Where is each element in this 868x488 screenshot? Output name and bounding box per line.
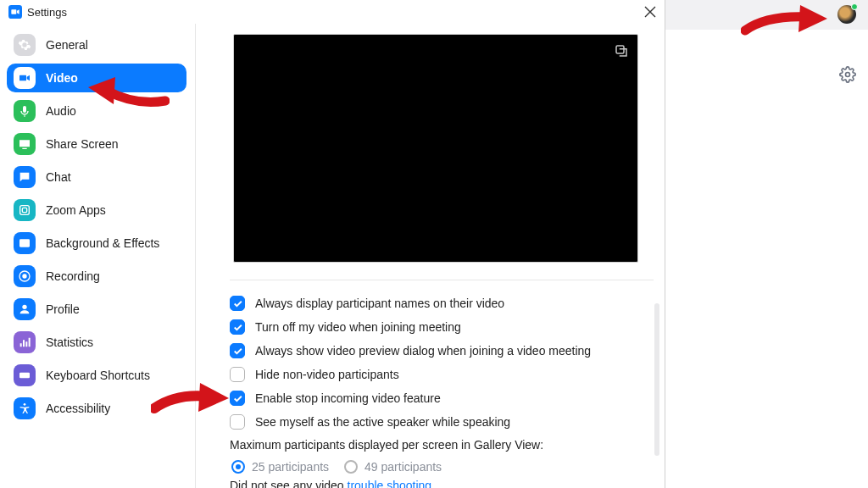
video-option-row: Always display participant names on thei… — [230, 296, 641, 311]
sidebar-item-label: Profile — [46, 302, 80, 316]
sidebar-item-label: Statistics — [46, 336, 93, 349]
sidebar-item-chat[interactable]: Chat — [7, 163, 186, 191]
svg-rect-9 — [19, 373, 30, 379]
gear-icon — [14, 34, 36, 56]
annotation-arrow-enable — [151, 381, 232, 419]
keys-icon — [14, 364, 36, 386]
divider — [230, 280, 654, 280]
option-label: Always show video preview dialog when jo… — [255, 344, 591, 358]
sidebar-item-profile[interactable]: Profile — [7, 295, 186, 324]
settings-gear-button[interactable] — [839, 66, 856, 83]
profile-icon — [14, 298, 36, 320]
sidebar-item-label: Keyboard Shortcuts — [46, 369, 150, 382]
annotation-arrow-avatar — [741, 3, 834, 42]
sidebar-item-label: Accessibility — [46, 402, 110, 415]
option-label: Enable stop incoming video feature — [255, 391, 441, 405]
record-icon — [14, 265, 36, 287]
radio-label: 25 participants — [252, 460, 329, 474]
sidebar-item-zoom-apps[interactable]: Zoom Apps — [7, 196, 186, 225]
video-option-row: See myself as the active speaker while s… — [230, 414, 641, 430]
sidebar-item-label: Audio — [46, 104, 76, 118]
sidebar-item-label: Chat — [46, 170, 71, 184]
sidebar-item-label: Video — [46, 71, 78, 85]
settings-content: Always display participant names on thei… — [195, 24, 665, 488]
zoom-app-icon — [8, 5, 22, 19]
svg-rect-13 — [25, 374, 26, 374]
video-option-row: Enable stop incoming video feature — [230, 391, 641, 406]
sidebar-item-label: Background & Effects — [46, 236, 159, 250]
video-option-row: Always show video preview dialog when jo… — [230, 343, 641, 358]
video-preview[interactable] — [233, 34, 638, 263]
sidebar-item-general[interactable]: General — [7, 30, 186, 59]
fullscreen-icon[interactable] — [614, 43, 629, 58]
radio-label: 49 participants — [364, 460, 442, 474]
apps-icon — [14, 199, 36, 221]
video-icon — [14, 67, 36, 89]
gallery-radio-group: 25 participants49 participants — [231, 460, 641, 474]
option-label: See myself as the active speaker while s… — [255, 415, 510, 429]
sidebar-item-label: Recording — [46, 269, 100, 283]
svg-point-5 — [22, 241, 25, 244]
stats-icon — [14, 331, 36, 353]
presence-dot — [851, 3, 858, 10]
option-label: Hide non-video participants — [255, 368, 399, 381]
svg-rect-12 — [24, 374, 25, 374]
sidebar-item-statistics[interactable]: Statistics — [7, 328, 186, 357]
radio-icon — [231, 460, 245, 474]
sidebar-item-label: General — [46, 38, 88, 52]
video-option-row: Hide non-video participants — [230, 367, 641, 382]
svg-point-8 — [22, 305, 26, 309]
svg-rect-15 — [22, 376, 28, 377]
troubleshooting-link[interactable]: trouble shooting — [348, 479, 432, 488]
svg-rect-10 — [20, 374, 21, 374]
sidebar-item-label: Zoom Apps — [46, 203, 106, 217]
option-label: Turn off my video when joining meeting — [255, 320, 461, 334]
checkbox[interactable] — [230, 367, 245, 382]
sidebar-item-share-screen[interactable]: Share Screen — [7, 130, 186, 158]
sidebar-item-label: Share Screen — [46, 137, 119, 151]
a11y-icon — [14, 397, 36, 419]
share-icon — [14, 133, 36, 155]
svg-point-16 — [24, 403, 26, 406]
video-options-list: Always display participant names on thei… — [230, 296, 641, 430]
svg-point-7 — [22, 274, 26, 278]
bgfx-icon — [14, 232, 36, 254]
background-app — [665, 0, 868, 488]
window-title: Settings — [27, 6, 644, 19]
option-label: Always display participant names on thei… — [255, 297, 504, 310]
gallery-view-label: Maximum participants displayed per scree… — [230, 438, 641, 452]
titlebar: Settings — [0, 0, 665, 24]
annotation-arrow-video — [85, 72, 170, 111]
gallery-radio[interactable]: 49 participants — [344, 460, 442, 474]
no-video-text: Did not see any video — [230, 479, 344, 488]
svg-rect-3 — [22, 208, 26, 212]
sidebar-item-recording[interactable]: Recording — [7, 262, 186, 291]
chat-icon — [14, 166, 36, 188]
scrollbar[interactable] — [654, 303, 659, 456]
svg-point-0 — [846, 73, 850, 77]
gallery-radio[interactable]: 25 participants — [231, 460, 329, 474]
svg-rect-11 — [22, 374, 23, 374]
video-option-row: Turn off my video when joining meeting — [230, 319, 641, 335]
checkbox[interactable] — [230, 343, 245, 358]
svg-rect-2 — [20, 206, 30, 215]
no-video-help: Did not see any video trouble shooting — [230, 479, 641, 488]
checkbox[interactable] — [230, 319, 245, 335]
checkbox[interactable] — [230, 296, 245, 311]
close-icon[interactable] — [644, 6, 656, 18]
svg-rect-14 — [27, 374, 28, 374]
radio-icon — [344, 460, 358, 474]
sidebar-item-background-effects[interactable]: Background & Effects — [7, 229, 186, 258]
audio-icon — [14, 100, 36, 122]
